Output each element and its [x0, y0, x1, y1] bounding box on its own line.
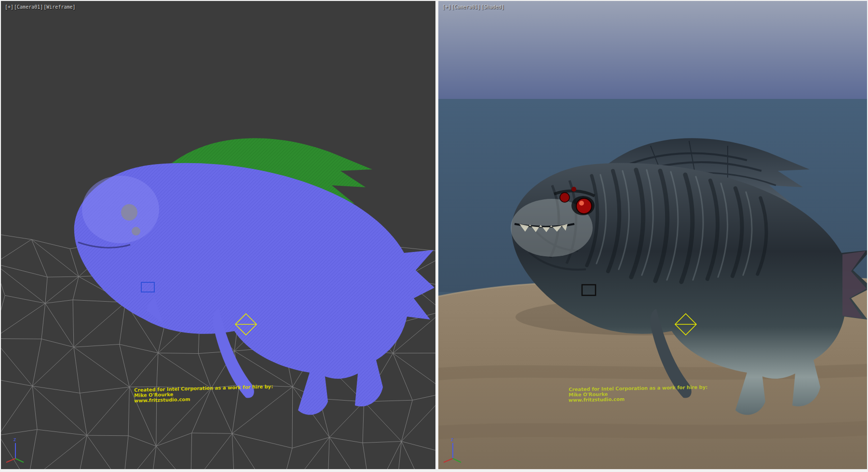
camera-menu[interactable]: [Camera01]: [451, 4, 480, 10]
watermark-text: Created for Intel Corporation as a work …: [569, 384, 708, 403]
viewport-wireframe[interactable]: z Created for Intel Corporation as a wor…: [1, 1, 435, 469]
fish-eye-main: [576, 198, 592, 214]
axis-z-label: z: [451, 437, 453, 442]
pov-menu[interactable]: [+]: [442, 4, 451, 10]
fish-model-wireframe[interactable]: [74, 138, 434, 415]
shading-menu[interactable]: [Wireframe]: [43, 4, 75, 10]
fish-eye-spot-small: [132, 227, 140, 236]
fish-eye-main-highlight: [579, 201, 584, 206]
shading-menu[interactable]: [Shaded]: [481, 4, 504, 10]
fish-eye-spot-large: [121, 204, 137, 221]
world-axis-tripod: z: [6, 437, 24, 462]
application-window: z Created for Intel Corporation as a wor…: [0, 0, 868, 472]
viewport-label: [+][Camera01][Shaded]: [442, 4, 504, 10]
fish-eye-third: [571, 187, 576, 192]
fish-face-patch: [82, 176, 159, 243]
pov-menu[interactable]: [+]: [5, 4, 14, 10]
camera-menu[interactable]: [Camera01]: [14, 4, 43, 10]
sky: [438, 1, 867, 99]
fish-eye-second: [560, 193, 570, 202]
viewport-label: [+][Camera01][Wireframe]: [5, 4, 76, 10]
axis-z-label: z: [14, 437, 16, 442]
viewport-shaded[interactable]: z Created for Intel Corporation as a wor…: [438, 1, 867, 469]
